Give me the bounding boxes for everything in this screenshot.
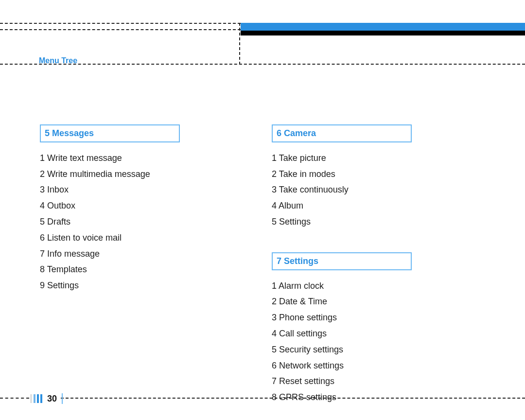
- dashed-line-footer: [0, 398, 29, 399]
- dashed-line: [0, 29, 241, 30]
- content-columns: 5 Messages1 Write text message2 Write mu…: [40, 124, 496, 420]
- menu-item: 2 Take in modes: [272, 167, 496, 181]
- menu-item: 4 Call settings: [272, 327, 496, 341]
- menu-block-title: 7 Settings: [272, 252, 412, 270]
- section-title: Menu Tree: [39, 54, 77, 67]
- page: Menu Tree 5 Messages1 Write text message…: [0, 0, 525, 420]
- footer-ornament-icon: [30, 394, 42, 403]
- menu-item: 6 Network settings: [272, 359, 496, 373]
- page-number: 30: [47, 392, 57, 406]
- menu-item: 9 Settings: [40, 279, 264, 293]
- menu-item: 3 Take continuously: [272, 183, 496, 197]
- header-accent-bar: [241, 23, 525, 31]
- menu-item: 6 Listen to voice mail: [40, 231, 264, 245]
- dashed-line: [0, 23, 241, 24]
- menu-item: 7 Info message: [40, 247, 264, 261]
- dashed-line-footer: [61, 398, 525, 399]
- menu-item: 4 Outbox: [40, 199, 264, 213]
- menu-item-list: 1 Take picture2 Take in modes3 Take cont…: [272, 151, 496, 229]
- menu-block-messages: 5 Messages1 Write text message2 Write mu…: [40, 124, 264, 293]
- menu-block-settings: 7 Settings1 Alarm clock2 Date & Time3 Ph…: [272, 252, 496, 404]
- header-accent-underline: [241, 31, 525, 35]
- vertical-dashed-divider: [239, 23, 240, 65]
- menu-item: 3 Inbox: [40, 183, 264, 197]
- dashed-line: [0, 64, 525, 65]
- menu-item: 5 Security settings: [272, 343, 496, 357]
- page-footer: 30: [30, 392, 63, 406]
- menu-item: 3 Phone settings: [272, 311, 496, 325]
- menu-item-list: 1 Write text message2 Write multimedia m…: [40, 151, 264, 293]
- menu-item: 2 Date & Time: [272, 295, 496, 309]
- footer-divider: [62, 393, 63, 404]
- menu-block-title: 6 Camera: [272, 124, 412, 142]
- menu-item-list: 1 Alarm clock2 Date & Time3 Phone settin…: [272, 279, 496, 404]
- menu-block-camera: 6 Camera1 Take picture2 Take in modes3 T…: [272, 124, 496, 229]
- menu-item: 7 Reset settings: [272, 374, 496, 388]
- menu-item: 1 Alarm clock: [272, 279, 496, 293]
- menu-item: 1 Write text message: [40, 151, 264, 165]
- menu-item: 5 Drafts: [40, 215, 264, 229]
- menu-item: 4 Album: [272, 199, 496, 213]
- menu-item: 8 Templates: [40, 262, 264, 277]
- menu-block-title: 5 Messages: [40, 124, 180, 142]
- column: 5 Messages1 Write text message2 Write mu…: [40, 124, 264, 420]
- menu-item: 2 Write multimedia message: [40, 167, 264, 181]
- column: 6 Camera1 Take picture2 Take in modes3 T…: [272, 124, 496, 420]
- menu-item: 5 Settings: [272, 215, 496, 229]
- menu-item: 1 Take picture: [272, 151, 496, 165]
